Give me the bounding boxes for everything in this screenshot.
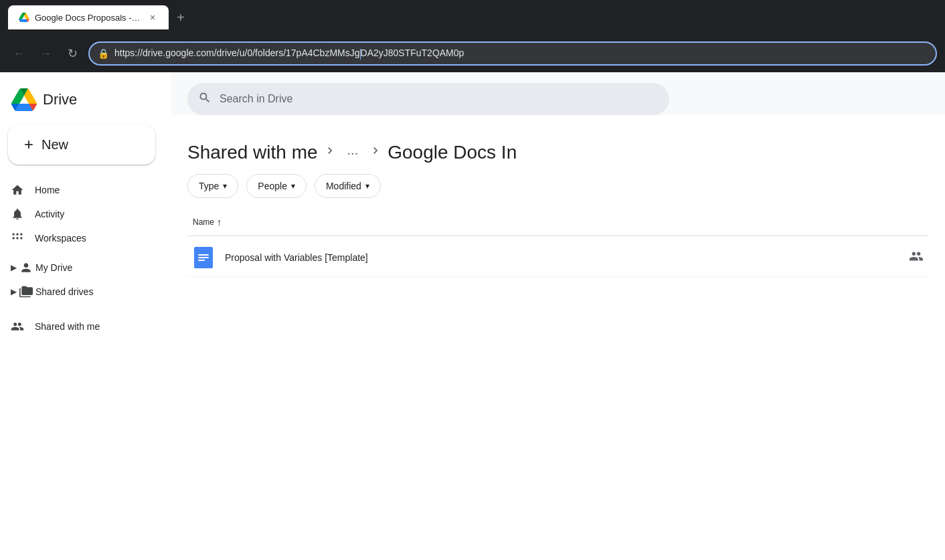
docs-lines [198,254,209,261]
sidebar-item-shared-with-me[interactable]: Shared with me [0,314,163,339]
file-list-header: Name ↑ [187,209,929,236]
sidebar-item-workspaces-label: Workspaces [35,233,86,244]
svg-point-5 [20,237,22,239]
navigation-bar: ← → ↻ 🔒 https://drive.google.com/drive/u… [0,35,945,72]
breadcrumb-current-folder: Google Docs In [388,142,517,163]
svg-point-0 [13,234,15,236]
sidebar-item-home-label: Home [35,185,60,195]
forward-button[interactable]: → [35,43,56,64]
tab-close-button[interactable]: × [147,12,158,23]
back-button[interactable]: ← [8,43,29,64]
sidebar-item-my-drive-label: My Drive [35,262,72,273]
people-filter-label: People [258,181,287,191]
sidebar-item-shared-with-me-label: Shared with me [35,321,100,332]
modified-filter-button[interactable]: Modified ▾ [315,174,381,198]
filter-bar: Type ▾ People ▾ Modified ▾ [171,174,945,209]
modified-filter-label: Modified [326,181,361,191]
expand-arrow-shared-icon: ▶ [11,287,17,296]
type-filter-arrow-icon: ▾ [223,181,227,191]
sidebar-logo: Drive [0,83,171,124]
sidebar-item-shared-drives-label: Shared drives [35,286,93,297]
shared-with-me-icon [11,320,24,333]
svg-point-1 [16,234,18,236]
lock-icon: 🔒 [98,48,109,59]
new-button[interactable]: + New [8,124,155,165]
type-filter-label: Type [199,181,219,191]
sidebar: Drive + New Home Activity Workspaces [0,72,171,560]
app-layout: Drive + New Home Activity Workspaces [0,72,945,560]
drive-logo-text: Drive [43,91,77,108]
breadcrumb-shared-with-me[interactable]: Shared with me [187,142,318,163]
new-button-label: New [41,137,68,153]
my-drive-icon [19,261,33,274]
modified-filter-arrow-icon: ▾ [365,181,369,191]
people-filter-button[interactable]: People ▾ [246,174,307,198]
plus-icon: + [24,135,33,154]
browser-chrome: Google Docs Proposals - Go... × + [0,0,945,35]
drive-logo-icon [11,88,37,111]
tab-title: Google Docs Proposals - Go... [35,13,142,23]
sidebar-item-my-drive[interactable]: ▶ My Drive [0,256,163,280]
address-bar[interactable]: 🔒 https://drive.google.com/drive/u/0/fol… [88,41,937,66]
workspaces-icon [11,231,24,245]
people-filter-arrow-icon: ▾ [291,181,295,191]
breadcrumb: Shared with me ··· Google Docs In [171,126,945,174]
docs-line-2 [198,257,209,258]
name-column-header[interactable]: Name ↑ [193,217,222,227]
tab-favicon [19,13,29,22]
sidebar-item-activity-label: Activity [35,209,64,219]
shared-drives-icon [19,285,33,298]
sidebar-item-shared-drives[interactable]: ▶ Shared drives [0,280,163,304]
sidebar-item-workspaces[interactable]: Workspaces [0,226,163,250]
file-type-icon [193,247,214,268]
shared-people-icon [909,249,924,267]
docs-line-3 [198,260,205,261]
docs-line-1 [198,254,209,256]
svg-point-3 [13,237,15,239]
type-filter-button[interactable]: Type ▾ [187,174,238,198]
file-name: Proposal with Variables [Template] [225,252,898,263]
refresh-button[interactable]: ↻ [62,43,83,64]
new-tab-button[interactable]: + [171,8,190,27]
sidebar-item-home[interactable]: Home [0,178,163,202]
breadcrumb-separator-1 [323,144,337,161]
expand-arrow-icon: ▶ [11,263,17,272]
breadcrumb-separator-2 [369,144,382,161]
search-bar[interactable]: Search in Drive [187,83,669,115]
search-icon [198,91,211,108]
google-docs-icon [194,247,213,268]
bell-icon [11,207,24,221]
svg-point-2 [20,234,22,236]
table-row[interactable]: Proposal with Variables [Template] [187,239,929,277]
sort-arrow-icon: ↑ [217,217,222,227]
breadcrumb-dots[interactable]: ··· [342,143,364,163]
search-placeholder: Search in Drive [220,93,292,105]
home-icon [11,183,24,197]
active-tab[interactable]: Google Docs Proposals - Go... × [8,5,169,29]
sidebar-item-activity[interactable]: Activity [0,202,163,226]
tab-bar: Google Docs Proposals - Go... × + [8,5,190,29]
main-content: Search in Drive Shared with me ··· Googl… [171,72,945,560]
file-list: Name ↑ Proposal with Variable [171,209,945,277]
address-text: https://drive.google.com/drive/u/0/folde… [114,48,928,59]
svg-point-4 [16,237,18,239]
